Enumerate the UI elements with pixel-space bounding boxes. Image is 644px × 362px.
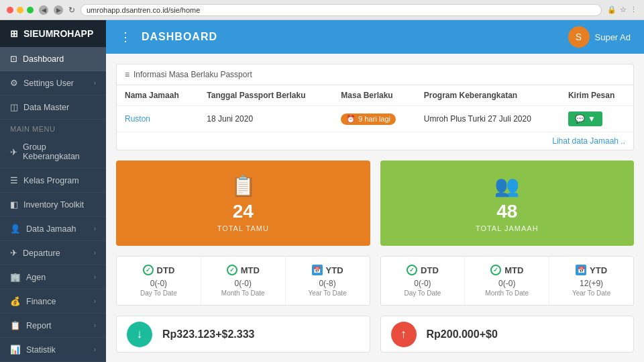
back-button[interactable]: ◀ bbox=[39, 5, 48, 15]
check-icon: ✓ bbox=[227, 265, 237, 275]
close-btn[interactable] bbox=[7, 7, 13, 13]
sidebar-item-group-keberangkatan[interactable]: ✈ Group Keberangkatan bbox=[0, 136, 106, 169]
minimize-btn[interactable] bbox=[17, 7, 23, 13]
metric-sublabel: Month To Date bbox=[209, 289, 277, 297]
calendar-icon: 📅 bbox=[312, 265, 323, 275]
metric-label: DTD bbox=[157, 265, 175, 275]
send-message-button[interactable]: 💬 ▼ bbox=[568, 111, 602, 126]
sidebar-logo: SIEUMROHAPP bbox=[23, 28, 93, 39]
expense-icon-circle: ↑ bbox=[391, 322, 417, 347]
sidebar-item-data-jamaah[interactable]: 👤 Data Jamaah › bbox=[0, 217, 106, 241]
metric-dtd-j-title: ✓ DTD bbox=[389, 265, 457, 275]
user-name: Super Ad bbox=[595, 32, 631, 42]
finance-icon: 💰 bbox=[10, 296, 21, 306]
agen-icon: 🏢 bbox=[10, 272, 21, 282]
metric-ytd-j-title: 📅 YTD bbox=[557, 265, 625, 275]
stats-row: 📋 24 TOTAL TAMU 👥 48 TOTAL JAMAAH bbox=[116, 161, 634, 246]
chevron-right-icon: › bbox=[94, 322, 96, 329]
sidebar-header: ⊞ SIEUMROHAPP bbox=[0, 20, 106, 47]
sidebar-item-agen[interactable]: 🏢 Agen › bbox=[0, 265, 106, 289]
main-menu-label: Main Menu bbox=[0, 120, 106, 136]
expense-amount: Rp200.000+$0 bbox=[427, 328, 498, 341]
security-icon: 🔒 bbox=[607, 5, 616, 14]
bottom-card-expense: ↑ Rp200.000+$0 bbox=[380, 316, 635, 353]
browser-bar: ◀ ▶ ↻ umrohapp.dsantren.co.id/sie/home 🔒… bbox=[0, 0, 644, 20]
browser-icons: 🔒 ☆ ⋮ bbox=[607, 5, 637, 14]
browser-buttons bbox=[7, 7, 34, 13]
group-icon: ✈ bbox=[10, 147, 17, 157]
statistik-icon: 📊 bbox=[10, 345, 21, 355]
maximize-btn[interactable] bbox=[27, 7, 34, 13]
sidebar-item-settings-user[interactable]: ⚙ Settings User › bbox=[0, 71, 106, 95]
check-icon: ✓ bbox=[407, 265, 417, 275]
settings-icon: ⚙ bbox=[10, 78, 18, 88]
dashboard-icon: ⊡ bbox=[10, 54, 17, 64]
bookmark-icon[interactable]: ☆ bbox=[620, 5, 627, 14]
sidebar-item-report[interactable]: 📋 Report › bbox=[0, 314, 106, 338]
metric-sublabel: Month To Date bbox=[473, 289, 541, 297]
main-header: ⋮ DASHBOARD S Super Ad bbox=[106, 20, 644, 54]
forward-button[interactable]: ▶ bbox=[54, 5, 63, 15]
metric-value: 0(-8) bbox=[294, 279, 362, 288]
up-arrow-icon: ↑ bbox=[400, 327, 407, 341]
chat-icon: 💬 bbox=[575, 114, 585, 124]
jamaah-stat-icon: 👥 bbox=[494, 174, 519, 197]
tamu-number: 24 bbox=[233, 201, 254, 222]
chevron-right-icon: › bbox=[94, 79, 96, 87]
passport-footer-link[interactable]: Lihat data Jamaah .. bbox=[117, 132, 633, 150]
metric-sublabel: Year To Date bbox=[557, 289, 625, 297]
chevron-right-icon: › bbox=[94, 346, 96, 353]
metric-sublabel: Day To Date bbox=[125, 289, 193, 297]
menu-icon[interactable]: ⋮ bbox=[630, 5, 637, 14]
col-tanggal: Tanggal Passport Berlaku bbox=[199, 85, 333, 106]
metric-mtd-title: ✓ MTD bbox=[209, 265, 277, 275]
menu-dots-icon[interactable]: ⋮ bbox=[119, 30, 131, 44]
sidebar: ⊞ SIEUMROHAPP ⊡ Dashboard ⚙ Settings Use… bbox=[0, 20, 106, 362]
down-arrow-icon: ↓ bbox=[137, 327, 143, 341]
sidebar-item-label: Statistik bbox=[26, 345, 56, 355]
sidebar-item-label: Agen bbox=[26, 273, 46, 282]
sidebar-item-label: Data Jamaah bbox=[26, 224, 76, 234]
calendar-icon: 📅 bbox=[576, 265, 586, 275]
user-avatar: S bbox=[568, 26, 590, 48]
tamu-icon: 📋 bbox=[231, 174, 256, 197]
url-bar[interactable]: umrohapp.dsantren.co.id/sie/home bbox=[80, 4, 602, 16]
sidebar-item-label: Dashboard bbox=[23, 54, 64, 64]
chevron-right-icon: › bbox=[94, 298, 96, 305]
sidebar-item-label: Data Master bbox=[23, 103, 69, 112]
metric-value: 0(-0) bbox=[209, 279, 277, 288]
jamaah-name-link[interactable]: Ruston bbox=[125, 114, 150, 124]
sidebar-item-inventory-toolkit[interactable]: ◧ Inventory Toolkit bbox=[0, 193, 106, 217]
income-icon-circle: ↓ bbox=[127, 322, 152, 347]
sidebar-item-departure[interactable]: ✈ Departure › bbox=[0, 241, 106, 265]
metric-sublabel: Year To Date bbox=[294, 289, 362, 297]
passport-title: Informasi Masa Berlaku Passport bbox=[133, 70, 252, 79]
metric-mtd-tamu: ✓ MTD 0(-0) Month To Date bbox=[201, 257, 286, 305]
sidebar-item-data-master[interactable]: ◫ Data Master bbox=[0, 95, 106, 120]
passport-table: Nama Jamaah Tanggal Passport Berlaku Mas… bbox=[117, 85, 633, 132]
sidebar-item-finance[interactable]: 💰 Finance › bbox=[0, 289, 106, 314]
kelas-icon: ☰ bbox=[10, 175, 18, 185]
chevron-right-icon: › bbox=[94, 249, 96, 257]
metric-label: DTD bbox=[421, 265, 439, 275]
stat-card-jamaah: 👥 48 TOTAL JAMAAH bbox=[380, 161, 635, 246]
passport-header: ≡ Informasi Masa Berlaku Passport bbox=[117, 64, 633, 85]
table-row: Ruston 18 Juni 2020 ⏰ 9 hari lagi Umroh … bbox=[117, 106, 633, 132]
sidebar-item-statistik[interactable]: 📊 Statistik › bbox=[0, 338, 106, 362]
check-icon: ✓ bbox=[490, 265, 501, 275]
main-content: ≡ Informasi Masa Berlaku Passport Nama J… bbox=[106, 54, 644, 362]
bottom-card-income: ↓ Rp323.123+$2.333 bbox=[116, 316, 370, 353]
badge-text: 9 hari lagi bbox=[358, 115, 390, 123]
metric-ytd-tamu: 📅 YTD 0(-8) Year To Date bbox=[286, 257, 370, 305]
metric-dtd-tamu: ✓ DTD 0(-0) Day To Date bbox=[117, 257, 201, 305]
program-cell: Umroh Plus Turki 27 Juli 2020 bbox=[416, 106, 560, 132]
col-nama: Nama Jamaah bbox=[117, 85, 199, 106]
sidebar-item-dashboard[interactable]: ⊡ Dashboard bbox=[0, 47, 106, 71]
tanggal-cell: 18 Juni 2020 bbox=[199, 106, 333, 132]
msg-btn-arrow: ▼ bbox=[588, 114, 596, 124]
chevron-right-icon: › bbox=[94, 273, 96, 281]
page-title: DASHBOARD bbox=[142, 31, 217, 43]
col-program: Program Keberangkatan bbox=[416, 85, 560, 106]
refresh-button[interactable]: ↻ bbox=[68, 5, 75, 15]
sidebar-item-kelas-program[interactable]: ☰ Kelas Program bbox=[0, 169, 106, 193]
